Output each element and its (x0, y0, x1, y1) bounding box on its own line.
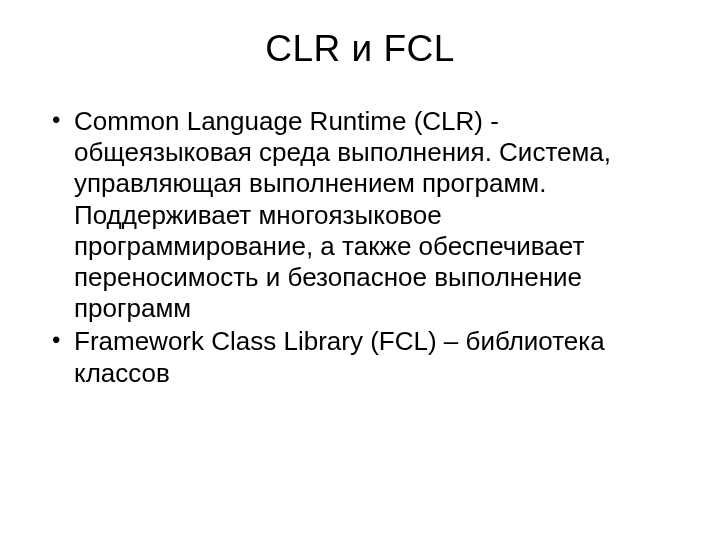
slide-title: CLR и FCL (40, 28, 680, 70)
list-item: Framework Class Library (FCL) – библиоте… (48, 326, 680, 388)
list-item: Common Language Runtime (CLR) - общеязык… (48, 106, 680, 324)
bullet-list: Common Language Runtime (CLR) - общеязык… (48, 106, 680, 389)
slide-content: Common Language Runtime (CLR) - общеязык… (40, 106, 680, 389)
